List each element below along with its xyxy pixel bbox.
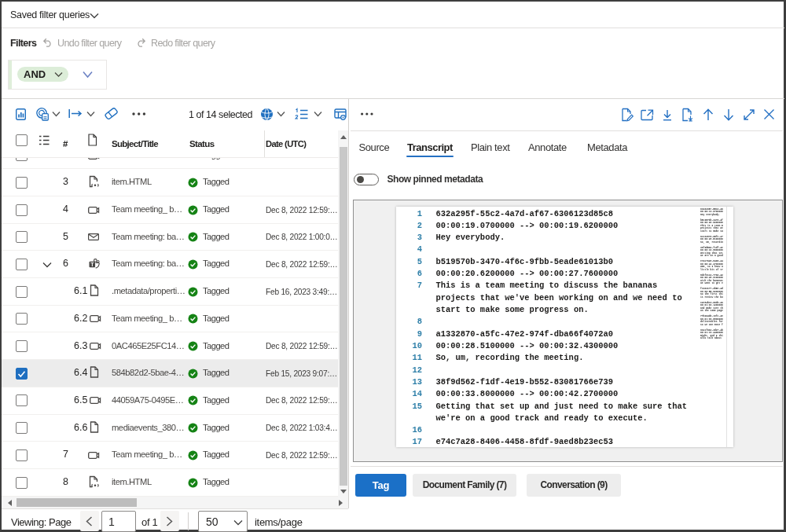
svg-text:T: T — [90, 262, 94, 267]
